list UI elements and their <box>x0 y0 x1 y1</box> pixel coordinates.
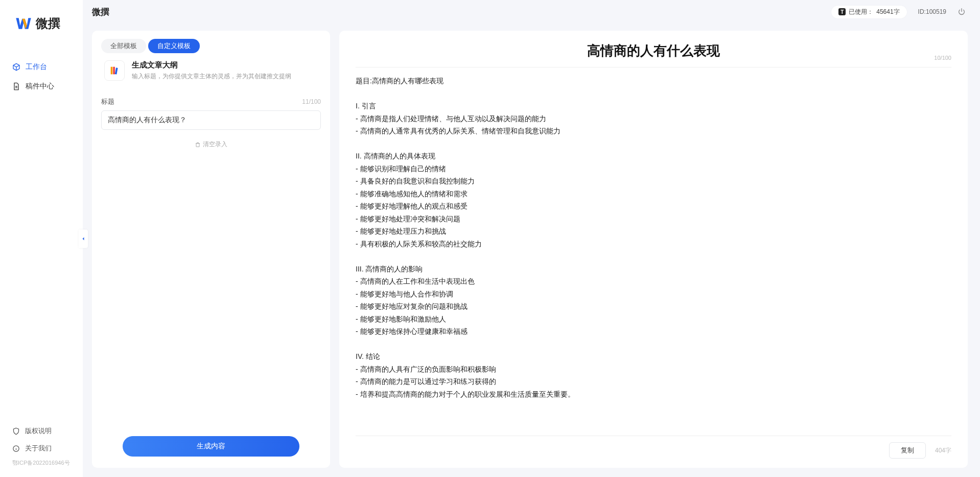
copy-button[interactable]: 复制 <box>889 442 926 459</box>
output-panel: 高情商的人有什么表现 10/100 题目:高情商的人有哪些表现 I. 引言 - … <box>339 31 968 468</box>
books-icon <box>104 60 125 81</box>
title-input[interactable] <box>101 110 321 130</box>
trash-icon <box>195 142 201 148</box>
generate-button[interactable]: 生成内容 <box>123 436 299 457</box>
svg-rect-3 <box>115 67 118 74</box>
sidebar-bottom: 版权说明 关于我们 鄂ICP备2022016946号 <box>0 422 83 477</box>
sidebar-about[interactable]: 关于我们 <box>0 440 83 457</box>
template-header: 生成文章大纲 输入标题，为你提供文章主体的灵感，并为其创建推文提纲 <box>92 60 330 88</box>
field-label-title: 标题 <box>101 97 114 106</box>
tab-all-templates[interactable]: 全部模板 <box>101 39 146 53</box>
nav-item-workspace[interactable]: 工作台 <box>0 57 83 77</box>
output-title-counter: 10/100 <box>934 55 951 61</box>
logo-text: 微撰 <box>36 15 60 32</box>
sidebar-link-label: 版权说明 <box>25 426 52 436</box>
nav: 工作台 稿件中心 <box>0 52 83 422</box>
topbar: 微撰 T 已使用： 45641字 ID:100519 <box>83 0 980 24</box>
clear-input-button[interactable]: 清空录入 <box>101 140 321 149</box>
usage-badge[interactable]: T 已使用： 45641字 <box>831 6 906 18</box>
nav-item-label: 稿件中心 <box>26 82 54 91</box>
text-icon: T <box>838 8 846 15</box>
document-icon <box>12 82 20 90</box>
logo-icon <box>15 15 32 32</box>
template-desc: 输入标题，为你提供文章主体的灵感，并为其创建推文提纲 <box>132 72 291 81</box>
sidebar-link-label: 关于我们 <box>25 444 52 453</box>
output-body[interactable]: 题目:高情商的人有哪些表现 I. 引言 - 高情商是指人们处理情绪、与他人互动以… <box>356 75 951 436</box>
sidebar-copyright[interactable]: 版权说明 <box>0 422 83 440</box>
nav-item-drafts[interactable]: 稿件中心 <box>0 77 83 96</box>
page-title: 微撰 <box>92 6 109 18</box>
sidebar: 微撰 工作台 稿件中心 版权说明 <box>0 0 83 477</box>
template-panel: 全部模板 自定义模板 生成文章大纲 输入标题，为你提供文章主体的灵感，并为其创建… <box>92 31 330 468</box>
info-icon <box>12 445 20 452</box>
usage-label: 已使用： <box>849 8 873 16</box>
title-counter: 11/100 <box>302 98 321 105</box>
main: 微撰 T 已使用： 45641字 ID:100519 全部模板 <box>83 0 980 477</box>
tab-custom-templates[interactable]: 自定义模板 <box>148 39 200 53</box>
svg-rect-1 <box>111 67 113 75</box>
output-word-count: 404字 <box>935 446 951 455</box>
template-title: 生成文章大纲 <box>132 60 291 70</box>
usage-value: 45641字 <box>876 8 899 16</box>
nav-item-label: 工作台 <box>26 62 47 72</box>
cube-icon <box>12 63 20 71</box>
logo[interactable]: 微撰 <box>0 0 83 52</box>
icp-text: 鄂ICP备2022016946号 <box>0 457 83 471</box>
output-title[interactable]: 高情商的人有什么表现 <box>356 42 951 60</box>
svg-rect-2 <box>113 67 115 75</box>
template-tabs: 全部模板 自定义模板 <box>92 39 330 60</box>
sidebar-collapse-handle[interactable] <box>79 230 88 248</box>
power-icon[interactable] <box>958 8 966 16</box>
user-id: ID:100519 <box>918 8 946 15</box>
shield-icon <box>12 427 20 435</box>
